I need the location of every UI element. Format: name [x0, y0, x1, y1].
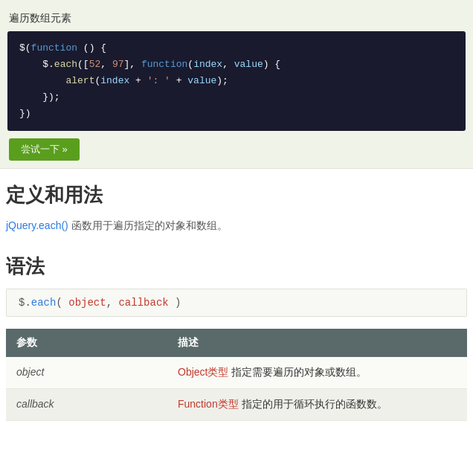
syntax-section: 语法 $.each( object, callback ) [0, 246, 473, 317]
definition-desc-text: 函数用于遍历指定的对象和数组。 [68, 219, 228, 231]
syntax-heading: 语法 [6, 246, 473, 286]
param-desc-cell: Object类型 指定需要遍历的对象或数组。 [167, 357, 467, 389]
param-desc: Function类型 指定的用于循环执行的函数数。 [178, 398, 387, 410]
code-line-4: }); [19, 89, 454, 106]
col-header-param: 参数 [6, 329, 167, 357]
code-line-2: $.each([52, 97], function(index, value) … [19, 57, 454, 73]
param-name: object [16, 366, 44, 378]
try-button[interactable]: 尝试一下 » [9, 138, 80, 161]
code-line-5: }) [19, 106, 454, 122]
param-type: Function类型 [178, 398, 239, 410]
param-name-cell: callback [6, 388, 167, 420]
params-header-row: 参数 描述 [6, 329, 467, 357]
top-section: 遍历数组元素 $(function () { $.each([52, 97], … [0, 0, 473, 168]
param-desc: Object类型 指定需要遍历的对象或数组。 [178, 366, 367, 378]
code-block: $(function () { $.each([52, 97], functio… [7, 31, 466, 131]
table-row: object Object类型 指定需要遍历的对象或数组。 [6, 357, 467, 389]
param-type: Object类型 [178, 366, 228, 378]
code-line-1: $(function () { [19, 40, 454, 57]
syntax-code-block: $.each( object, callback ) [6, 289, 467, 317]
definition-section: 定义和用法 jQuery.each() 函数用于遍历指定的对象和数组。 [0, 169, 473, 245]
param-name-cell: object [6, 357, 167, 389]
params-table: 参数 描述 object Object类型 指定需要遍历的对象或数组。 call… [6, 329, 467, 421]
param-desc-cell: Function类型 指定的用于循环执行的函数数。 [167, 388, 467, 420]
table-row: callback Function类型 指定的用于循环执行的函数数。 [6, 388, 467, 420]
param-name: callback [16, 398, 54, 410]
definition-heading: 定义和用法 [6, 169, 473, 214]
try-button-wrapper: 尝试一下 » [0, 131, 473, 168]
top-title: 遍历数组元素 [0, 7, 473, 31]
jquery-each-link[interactable]: jQuery.each() [6, 219, 68, 231]
col-header-desc: 描述 [167, 329, 467, 357]
code-line-3: alert(index + ': ' + value); [19, 73, 454, 89]
definition-desc: jQuery.each() 函数用于遍历指定的对象和数组。 [0, 214, 473, 245]
